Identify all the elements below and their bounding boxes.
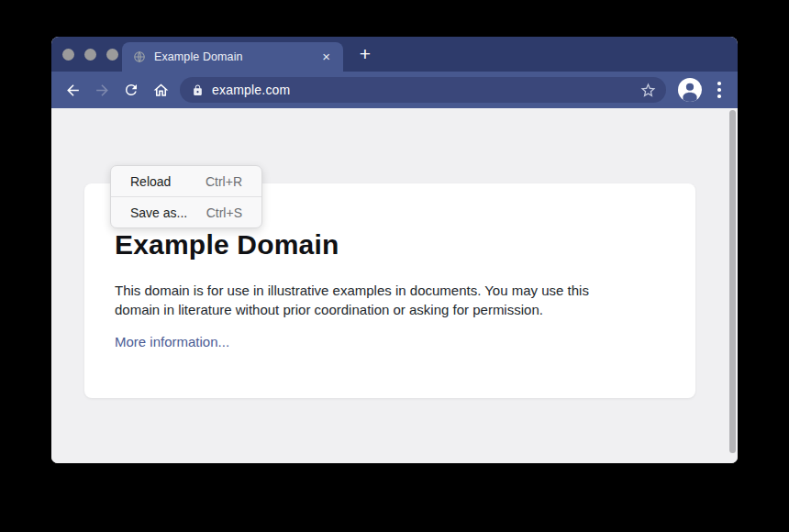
kebab-dot-icon bbox=[717, 88, 721, 92]
kebab-dot-icon bbox=[717, 94, 721, 98]
context-menu: Reload Ctrl+R Save as... Ctrl+S bbox=[110, 165, 262, 228]
forward-arrow-icon bbox=[94, 82, 111, 99]
new-tab-button[interactable]: + bbox=[354, 44, 376, 66]
more-information-link[interactable]: More information... bbox=[115, 334, 229, 349]
address-bar[interactable]: example.com bbox=[180, 77, 666, 103]
titlebar: Example Domain × + bbox=[51, 37, 738, 72]
forward-button[interactable] bbox=[94, 82, 111, 99]
menu-item-label: Save as... bbox=[130, 205, 187, 220]
back-button[interactable] bbox=[64, 82, 82, 99]
traffic-lights bbox=[62, 49, 118, 61]
context-menu-item-reload[interactable]: Reload Ctrl+R bbox=[111, 166, 261, 196]
tab-close-icon[interactable]: × bbox=[320, 50, 332, 63]
lock-icon bbox=[192, 84, 204, 96]
globe-favicon-icon bbox=[133, 50, 146, 63]
home-icon bbox=[152, 82, 170, 99]
browser-window: Example Domain × + example.com bbox=[51, 37, 738, 463]
window-minimize-button[interactable] bbox=[84, 49, 96, 61]
profile-button[interactable] bbox=[678, 78, 702, 102]
kebab-dot-icon bbox=[717, 82, 721, 85]
url-text: example.com bbox=[212, 83, 639, 97]
paragraph-line: domain in literature without prior coord… bbox=[115, 300, 665, 319]
window-maximize-button[interactable] bbox=[106, 49, 118, 61]
avatar-icon bbox=[678, 78, 702, 102]
reload-icon bbox=[123, 82, 139, 98]
toolbar: example.com bbox=[51, 72, 738, 108]
menu-item-shortcut: Ctrl+S bbox=[206, 205, 242, 220]
tab-title: Example Domain bbox=[154, 50, 320, 63]
tab-example-domain[interactable]: Example Domain × bbox=[122, 42, 343, 72]
back-arrow-icon bbox=[64, 82, 82, 99]
home-button[interactable] bbox=[152, 82, 170, 99]
menu-item-label: Reload bbox=[130, 174, 171, 189]
star-icon bbox=[639, 82, 657, 99]
page-heading: Example Domain bbox=[115, 229, 339, 260]
scrollbar[interactable] bbox=[729, 110, 736, 453]
context-menu-item-save-as[interactable]: Save as... Ctrl+S bbox=[111, 197, 261, 227]
page-viewport: Example Domain This domain is for use in… bbox=[51, 108, 738, 463]
menu-item-shortcut: Ctrl+R bbox=[206, 174, 242, 189]
paragraph-line: This domain is for use in illustrative e… bbox=[115, 281, 665, 300]
page-paragraph: This domain is for use in illustrative e… bbox=[115, 281, 665, 319]
reload-button[interactable] bbox=[123, 82, 139, 98]
window-close-button[interactable] bbox=[62, 49, 74, 61]
bookmark-star-button[interactable] bbox=[639, 82, 657, 99]
browser-menu-button[interactable] bbox=[715, 82, 724, 98]
